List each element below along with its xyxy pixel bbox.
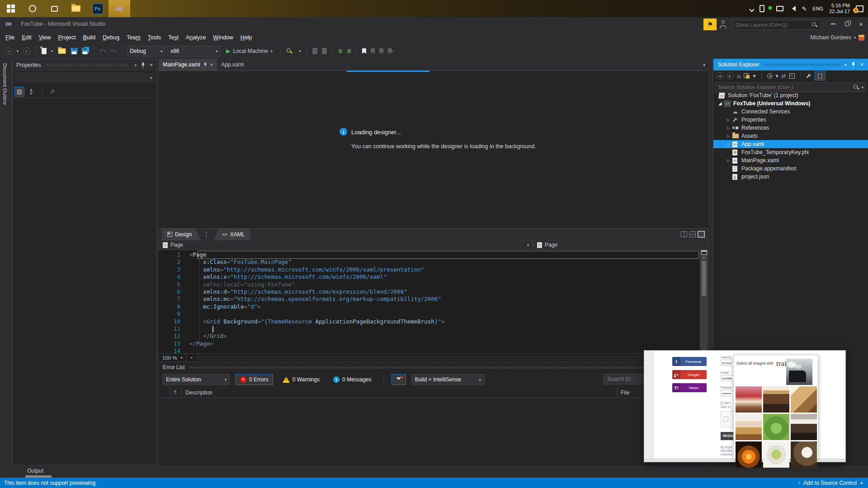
messages-filter-button[interactable]: i0 Messages bbox=[329, 374, 376, 385]
window-position-dropdown[interactable]: ▾ bbox=[135, 63, 137, 67]
home-icon[interactable]: ⌂ bbox=[737, 72, 741, 80]
find-dropdown[interactable]: ▾ bbox=[298, 46, 302, 56]
captcha-tile-green-salad[interactable] bbox=[763, 414, 789, 440]
captcha-tile-coffee-beans-cup[interactable] bbox=[791, 414, 817, 440]
tree-item-foxtube-universal-windows-[interactable]: ◢C#FoxTube (Universal Windows) bbox=[713, 99, 868, 108]
menu-analyze[interactable]: Analyze bbox=[182, 33, 209, 42]
comment-button[interactable]: ≣ bbox=[337, 46, 344, 56]
tree-item-solution-foxtube-1-project-[interactable]: ∞Solution 'FoxTube' (1 project) bbox=[713, 91, 868, 99]
menu-team[interactable]: Team bbox=[123, 33, 144, 42]
tab-app-xaml[interactable]: App.xaml bbox=[217, 59, 248, 70]
sync-with-active-document-icon[interactable]: ⇄ bbox=[782, 73, 786, 79]
clock[interactable]: 5:16 PM22-Jul-17 bbox=[829, 3, 850, 14]
undo-button[interactable]: ↶▾ bbox=[98, 46, 107, 56]
device-icon[interactable] bbox=[760, 5, 764, 12]
close-icon[interactable]: × bbox=[860, 61, 863, 68]
horizontal-split-button[interactable] bbox=[689, 231, 696, 237]
tree-item-mainpage-xaml[interactable]: ▷<>MainPage.xaml bbox=[713, 156, 868, 164]
cortana-button[interactable] bbox=[22, 0, 43, 17]
menu-help[interactable]: Help bbox=[237, 33, 256, 42]
expander-collapsed-icon[interactable]: ▷ bbox=[724, 126, 732, 130]
tree-item-assets[interactable]: ▷Assets bbox=[713, 132, 868, 140]
menu-build[interactable]: Build bbox=[80, 33, 99, 42]
task-view-button[interactable] bbox=[43, 0, 65, 17]
recaptcha-checkbox[interactable] bbox=[723, 417, 728, 422]
menu-view[interactable]: View bbox=[35, 33, 55, 42]
tab-mainpage-xaml[interactable]: MainPage.xaml × bbox=[159, 59, 217, 70]
captcha-tile-chocolate-trifle[interactable] bbox=[763, 386, 789, 413]
tree-item-references[interactable]: ▷References bbox=[713, 124, 868, 132]
facebook-login-button[interactable]: fFacebook bbox=[672, 357, 707, 366]
start-debug-button[interactable]: ▶ Local Machine ▾ bbox=[222, 46, 276, 56]
quick-launch-input[interactable] bbox=[733, 22, 811, 28]
save-button[interactable] bbox=[70, 46, 79, 56]
error-source-dropdown[interactable]: Build + IntelliSense▾ bbox=[411, 374, 485, 385]
uncomment-button[interactable]: ≣ bbox=[345, 46, 352, 56]
menu-project[interactable]: Project bbox=[55, 33, 80, 42]
preview-selected-items-toggle[interactable] bbox=[815, 71, 826, 80]
notifications-icon[interactable]: 1 bbox=[856, 5, 863, 12]
scrollbar-thumb[interactable] bbox=[702, 261, 706, 296]
breadcrumb-page-left[interactable]: <> Page ▾ bbox=[159, 240, 533, 250]
warnings-filter-button[interactable]: 0 Warnings bbox=[278, 374, 324, 385]
network-icon[interactable] bbox=[776, 6, 783, 11]
collapse-pane-button[interactable] bbox=[698, 231, 704, 237]
search-options-dropdown[interactable]: ▾ bbox=[862, 85, 863, 89]
next-bookmark-button[interactable] bbox=[378, 46, 385, 56]
save-all-button[interactable] bbox=[80, 46, 90, 56]
xaml-view-tab[interactable]: <> XAML bbox=[213, 229, 250, 240]
window-position-dropdown[interactable]: ▾ bbox=[844, 63, 846, 67]
user-account-menu[interactable]: Michael Gordeev ▾ bbox=[810, 32, 864, 43]
description-column[interactable]: Description bbox=[182, 387, 617, 398]
navigate-forward-button[interactable]: ▸ bbox=[22, 46, 32, 56]
platform-dropdown[interactable]: x86▾ bbox=[167, 46, 221, 56]
output-tab[interactable]: Output bbox=[27, 468, 43, 474]
tree-item-app-xaml[interactable]: ▷<>App.xaml bbox=[713, 140, 868, 148]
start-button[interactable] bbox=[0, 0, 22, 17]
new-file-dropdown[interactable]: ▾ bbox=[50, 46, 54, 56]
configuration-dropdown[interactable]: Debug▾ bbox=[127, 46, 165, 56]
menu-test[interactable]: Test bbox=[165, 33, 182, 42]
menu-debug[interactable]: Debug bbox=[99, 33, 123, 42]
zoom-level-dropdown[interactable]: 100 %▾ bbox=[159, 354, 187, 361]
tree-item-package-appxmanifest[interactable]: Package.appxmanifest bbox=[713, 164, 868, 173]
redo-button[interactable]: ↷▾ bbox=[109, 46, 118, 56]
captcha-tile-glowing-bowl[interactable] bbox=[736, 441, 762, 468]
open-file-button[interactable] bbox=[56, 46, 68, 56]
back-button[interactable]: ◂ bbox=[716, 72, 723, 80]
vertical-split-button[interactable] bbox=[681, 231, 687, 237]
xaml-code-editor[interactable]: 1<Page2 x:Class="FoxTube.MainPage"3 xmln… bbox=[159, 250, 708, 353]
alphabetical-sort-button[interactable]: AZ↓ bbox=[27, 87, 37, 97]
captcha-tile-strawberry-cake[interactable] bbox=[736, 386, 762, 413]
feedback-person-button[interactable] bbox=[719, 20, 729, 28]
captcha-tile-pancakes[interactable] bbox=[791, 386, 817, 413]
errors-filter-button[interactable]: ✕0 Errors bbox=[236, 374, 273, 385]
pin-icon[interactable] bbox=[203, 62, 207, 67]
tree-item-connected-services[interactable]: ☁Connected Services bbox=[713, 108, 868, 116]
captcha-tile-salad-plate[interactable] bbox=[763, 441, 789, 468]
editor-horizontal-scrollbar[interactable] bbox=[196, 355, 699, 361]
expander-collapsed-icon[interactable]: ▷ bbox=[724, 142, 732, 146]
pen-icon[interactable]: ✎ bbox=[802, 5, 807, 12]
solution-explorer-header[interactable]: Solution Explorer ▾ × bbox=[713, 59, 868, 70]
properties-icon[interactable] bbox=[806, 73, 811, 79]
captcha-tile-breakfast-plate[interactable] bbox=[736, 414, 762, 440]
menu-tools[interactable]: Tools bbox=[144, 33, 165, 42]
prev-bookmark-button[interactable] bbox=[369, 46, 376, 56]
feedback-flag-button[interactable]: ⚑ bbox=[703, 19, 717, 30]
selected-object-dropdown[interactable]: ▾ bbox=[14, 73, 155, 83]
expander-expanded-icon[interactable]: ◢ bbox=[716, 101, 724, 106]
tab-overflow-dropdown[interactable]: ▾ bbox=[703, 63, 705, 67]
restore-button[interactable] bbox=[840, 17, 854, 31]
switch-views-dropdown[interactable]: ▾ bbox=[753, 73, 755, 79]
yahoo-login-button[interactable]: Y!Yahoo bbox=[672, 383, 707, 392]
solution-search-input[interactable] bbox=[716, 84, 853, 90]
toggle-bookmark-button[interactable] bbox=[361, 46, 368, 56]
pin-icon[interactable] bbox=[851, 62, 855, 68]
forward-button[interactable]: ▸ bbox=[726, 72, 734, 80]
close-tab-icon[interactable]: × bbox=[210, 62, 213, 67]
photoshop-button[interactable]: Ps bbox=[87, 0, 108, 17]
menu-file[interactable]: File bbox=[2, 33, 18, 42]
clear-bookmarks-button[interactable]: ▾ bbox=[387, 46, 395, 56]
error-scope-dropdown[interactable]: Entire Solution▾ bbox=[162, 374, 230, 385]
